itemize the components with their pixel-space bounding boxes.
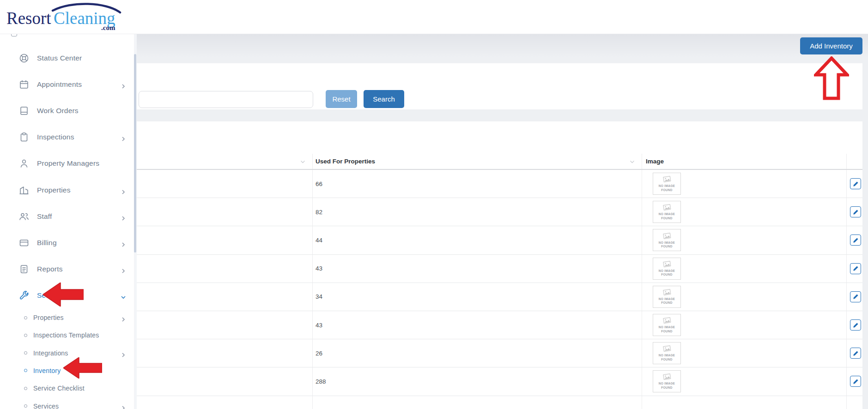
edit-button[interactable] [850,376,861,387]
sidebar-item-reports[interactable]: Reports [0,256,137,283]
photo-icon [662,373,672,381]
used-for-properties-value: 44 [316,237,322,244]
table-row: 288 NO IMAGE FOUND [137,367,862,396]
bullet-icon [24,404,27,408]
chevron-right-icon [121,267,126,271]
used-for-properties-value: 43 [316,265,322,272]
sidebar-item-properties[interactable]: Properties [0,177,137,203]
bullet-icon [24,351,27,355]
sidebar-subitem-inspections-templates[interactable]: Inspections Templates [0,326,137,344]
sidebar-subitem-service-checklist[interactable]: Service Checklist [0,379,137,397]
search-button[interactable]: Search [364,90,404,108]
reset-button[interactable]: Reset [326,90,357,108]
table-row: 66 NO IMAGE FOUND [137,170,862,198]
person-icon [18,158,30,169]
logo-text-resort: Resort [6,9,51,28]
sidebar-item-billing[interactable]: Billing [0,229,137,256]
used-for-properties-value: 82 [316,209,322,216]
search-panel: Reset Search [137,63,862,109]
sidebar-subitem-services[interactable]: Services [0,397,137,409]
used-for-properties-value: 26 [316,350,322,357]
sidebar-item-work-orders[interactable]: Work Orders [0,97,137,124]
pencil-icon [853,237,859,243]
photo-icon [662,345,672,353]
bullet-icon [24,369,27,372]
no-image-placeholder: NO IMAGE FOUND [653,173,681,195]
wrench-icon [18,290,30,301]
sort-chevron-icon[interactable] [629,158,635,164]
chevron-down-icon [121,293,126,298]
sidebar-subitem-properties[interactable]: Properties [0,309,137,326]
table-row: 34 NO IMAGE FOUND [137,283,862,311]
search-input[interactable] [139,91,313,108]
chevron-right-icon [121,135,126,139]
sidebar-subitem-integrations[interactable]: Integrations [0,344,137,361]
used-for-properties-value: 43 [316,322,322,329]
used-for-properties-value: 288 [316,378,326,385]
clipboard-icon [18,132,30,143]
sidebar-subitem-inventory[interactable]: Inventory [0,362,137,379]
table-row-partial [137,396,862,409]
photo-icon [662,289,672,296]
pencil-icon [853,265,859,271]
photo-icon [662,260,672,268]
sidebar-menu: Status Center Appointments Work Orders [0,45,137,409]
sidebar-item-property-managers[interactable]: Property Managers [0,150,137,177]
header-cell-image: Image [642,154,847,169]
edit-button[interactable] [850,235,861,246]
photo-icon [662,204,672,211]
table-row: 26 NO IMAGE FOUND [137,339,862,367]
sort-chevron-icon[interactable] [300,158,306,164]
no-image-placeholder: NO IMAGE FOUND [653,342,681,364]
sidebar-item-status-center[interactable]: Status Center [0,45,137,71]
building-icon [18,185,30,196]
sidebar: Status Center Appointments Work Orders [0,34,137,409]
edit-button[interactable] [850,263,861,274]
people-icon [18,211,30,222]
main-content: Add Inventory Reset Search Used For Prop… [137,34,868,409]
header-cell-name [137,154,313,169]
column-label: Used For Properties [316,158,375,165]
inventory-table: Used For Properties Image 66 NO IMA [137,154,862,409]
photo-icon [662,175,672,183]
sidebar-item-appointments[interactable]: Appointments [0,71,137,97]
chevron-right-icon [121,188,126,192]
sidebar-item-inspections[interactable]: Inspections [0,124,137,150]
sidebar-item-staff[interactable]: Staff [0,203,137,229]
edit-button[interactable] [850,348,861,359]
photo-icon [662,317,672,325]
no-image-placeholder: NO IMAGE FOUND [653,370,681,392]
sidebar-item-label: Billing [37,239,121,247]
report-icon [18,264,30,275]
top-bar: Resort Cleaning .com 2 5 [0,0,868,34]
used-for-properties-value: 34 [316,293,322,300]
edit-button[interactable] [850,206,861,217]
edit-button[interactable] [850,178,861,189]
sidebar-item-setup[interactable]: Setup [0,283,137,309]
sidebar-item-label: Inspections [37,133,121,141]
no-image-placeholder: NO IMAGE FOUND [653,229,681,251]
no-image-placeholder: NO IMAGE FOUND [653,286,681,308]
photo-icon [662,232,672,240]
sidebar-subitem-label: Integrations [33,349,121,357]
chevron-right-icon [121,351,126,355]
header-cell-actions [847,154,862,169]
calendar-icon [18,79,30,90]
chevron-right-icon [121,404,126,409]
pencil-icon [853,209,859,215]
sidebar-item-label: Properties [37,186,121,194]
resortcleaning-logo[interactable]: Resort Cleaning .com [6,3,125,31]
chevron-right-icon [121,241,126,245]
bullet-icon [24,334,27,337]
add-inventory-button[interactable]: Add Inventory [800,37,862,54]
edit-button[interactable] [850,319,861,331]
sidebar-item-label: Staff [37,212,121,221]
used-for-properties-value: 66 [316,180,322,187]
no-image-placeholder: NO IMAGE FOUND [653,201,681,223]
sidebar-subitem-label: Inventory [33,367,137,374]
pencil-icon [853,322,859,328]
sidebar-item-label: Property Managers [37,159,137,168]
edit-button[interactable] [850,291,861,302]
no-image-placeholder: NO IMAGE FOUND [653,258,681,280]
logo-text-com: .com [101,24,115,31]
